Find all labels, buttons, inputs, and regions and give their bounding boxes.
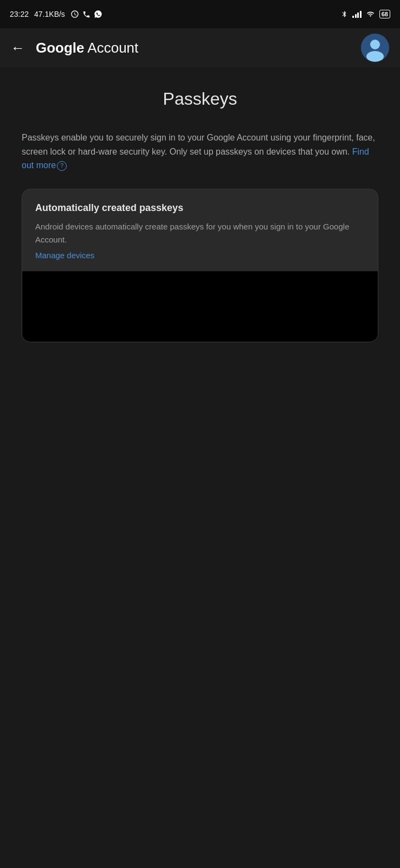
main-content: Passkeys Passkeys enable you to securely… — [0, 67, 400, 359]
whatsapp-icon — [94, 10, 102, 18]
back-button[interactable]: ← — [11, 41, 25, 55]
status-left: 23:22 47.1KB/s — [10, 10, 102, 18]
page-title: Passkeys — [22, 89, 378, 109]
question-mark-icon: ? — [57, 161, 67, 171]
phone-icon — [82, 10, 91, 18]
manage-devices-link[interactable]: Manage devices — [35, 251, 94, 260]
status-icons — [70, 10, 102, 18]
description-text: Passkeys enable you to securely sign in … — [22, 133, 375, 156]
page-header-title: Google Account — [36, 40, 138, 56]
speed-display: 47.1KB/s — [34, 10, 65, 18]
avatar-image — [361, 34, 389, 62]
avatar[interactable] — [361, 34, 389, 62]
description-paragraph: Passkeys enable you to securely sign in … — [22, 131, 378, 173]
svg-point-2 — [366, 51, 384, 62]
card-title: Automatically created passkeys — [35, 202, 365, 214]
status-bar: 23:22 47.1KB/s — [0, 0, 400, 28]
signal-icon — [352, 10, 362, 18]
alarm-icon — [70, 10, 79, 18]
battery-level: 68 — [382, 11, 388, 17]
card-upper: Automatically created passkeys Android d… — [22, 189, 378, 271]
avatar-svg — [361, 34, 389, 62]
time-display: 23:22 — [10, 10, 29, 18]
bottom-space — [0, 359, 400, 727]
wifi-icon — [366, 10, 375, 18]
nav-left: ← Google Account — [11, 40, 138, 56]
svg-point-1 — [370, 40, 380, 49]
card-description: Android devices automatically create pas… — [35, 220, 365, 246]
bluetooth-icon — [341, 10, 348, 18]
card-black-section — [22, 271, 378, 342]
title-google: Google — [36, 40, 85, 56]
battery-icon: 68 — [379, 10, 390, 18]
status-right: 68 — [341, 10, 390, 18]
passkeys-card: Automatically created passkeys Android d… — [22, 189, 378, 342]
nav-bar: ← Google Account — [0, 28, 400, 67]
title-account: Account — [85, 40, 139, 56]
